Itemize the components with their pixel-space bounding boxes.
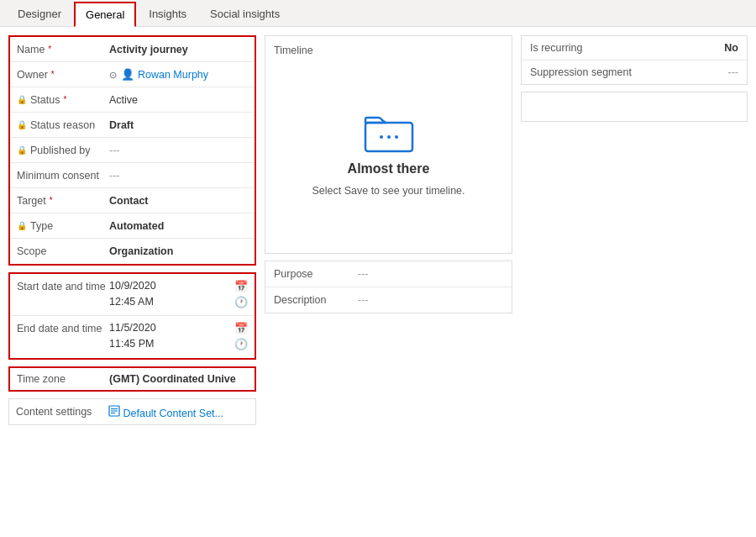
timezone-card: Time zone (GMT) Coordinated Unive xyxy=(8,366,256,392)
svg-point-5 xyxy=(380,135,383,139)
min-consent-value: --- xyxy=(109,170,248,182)
start-time-icon[interactable]: 🕐 xyxy=(234,295,248,308)
published-by-value: --- xyxy=(109,145,248,156)
target-required: * xyxy=(50,196,53,205)
timeline-card: Timeline Almost there Select Save to see… xyxy=(265,35,512,254)
content-settings-row: Content settings Default Content Set... xyxy=(9,399,255,424)
type-value: Automated xyxy=(109,220,248,232)
end-date-row: End date and time 11/5/2020 📅 11:45 PM 🕐 xyxy=(10,316,255,358)
lock-icon-type: 🔒 xyxy=(17,221,27,230)
min-consent-row: Minimum consent --- xyxy=(10,163,255,188)
name-row: Name * Activity journey xyxy=(10,37,255,62)
timezone-value[interactable]: (GMT) Coordinated Unive xyxy=(109,373,248,385)
status-required: * xyxy=(63,95,66,104)
scope-label: Scope xyxy=(17,245,109,257)
owner-value[interactable]: ⊙ 👤 Rowan Murphy xyxy=(109,68,248,81)
lock-icon-status: 🔒 xyxy=(17,95,27,104)
date-card: Start date and time 10/9/2020 📅 12:45 AM… xyxy=(8,272,256,360)
end-date-line: 11/5/2020 📅 xyxy=(109,321,248,334)
status-label: 🔒 Status * xyxy=(17,94,109,106)
end-time-icon[interactable]: 🕐 xyxy=(234,337,248,350)
tab-insights[interactable]: Insights xyxy=(138,2,197,26)
main-content: Name * Activity journey Owner * ⊙ 👤 Rowa… xyxy=(0,27,756,434)
tab-designer[interactable]: Designer xyxy=(7,2,72,26)
lock-icon-pub: 🔒 xyxy=(17,145,27,155)
start-date-line: 10/9/2020 📅 xyxy=(109,279,248,292)
status-reason-label: 🔒 Status reason xyxy=(17,119,109,131)
timeline-content: Almost there Select Save to see your tim… xyxy=(274,63,503,245)
published-by-label: 🔒 Published by xyxy=(17,145,109,156)
start-date-value-group: 10/9/2020 📅 12:45 AM 🕐 xyxy=(109,279,248,308)
name-required: * xyxy=(48,45,51,54)
start-time-line: 12:45 AM 🕐 xyxy=(109,295,248,308)
owner-required: * xyxy=(51,70,55,79)
empty-card xyxy=(521,92,748,122)
content-settings-card: Content settings Default Content Set... xyxy=(8,398,256,425)
description-label: Description xyxy=(274,294,358,306)
description-value[interactable]: --- xyxy=(358,294,369,306)
folder-icon xyxy=(364,111,414,153)
purpose-row: Purpose --- xyxy=(265,261,512,287)
min-consent-label: Minimum consent xyxy=(17,170,109,182)
suppression-label: Suppression segment xyxy=(530,66,728,78)
target-label: Target * xyxy=(17,195,109,207)
status-row: 🔒 Status * Active xyxy=(10,87,255,113)
status-reason-row: 🔒 Status reason Draft xyxy=(10,113,255,138)
scope-value: Organization xyxy=(109,245,248,257)
purpose-label: Purpose xyxy=(274,268,358,280)
svg-point-7 xyxy=(395,135,398,139)
status-value[interactable]: Active xyxy=(109,94,248,106)
core-info-card: Name * Activity journey Owner * ⊙ 👤 Rowa… xyxy=(8,35,256,266)
content-settings-icon xyxy=(108,405,120,417)
purpose-value[interactable]: --- xyxy=(358,268,369,280)
timezone-label: Time zone xyxy=(17,373,109,385)
almost-there-title: Almost there xyxy=(348,161,430,176)
end-date[interactable]: 11/5/2020 xyxy=(109,322,156,334)
left-panel: Name * Activity journey Owner * ⊙ 👤 Rowa… xyxy=(8,35,256,425)
published-by-row: 🔒 Published by --- xyxy=(10,138,255,163)
start-time[interactable]: 12:45 AM xyxy=(109,296,154,308)
description-row: Description --- xyxy=(265,287,512,313)
name-label: Name * xyxy=(17,44,109,55)
end-date-value-group: 11/5/2020 📅 11:45 PM 🕐 xyxy=(109,321,248,350)
tab-general[interactable]: General xyxy=(74,2,136,27)
start-calendar-icon[interactable]: 📅 xyxy=(234,279,248,292)
end-time-line: 11:45 PM 🕐 xyxy=(109,337,248,350)
end-calendar-icon[interactable]: 📅 xyxy=(234,321,248,334)
target-value[interactable]: Contact xyxy=(109,195,248,207)
name-value[interactable]: Activity journey xyxy=(109,44,248,55)
purpose-card: Purpose --- Description --- xyxy=(265,261,512,313)
middle-panel: Timeline Almost there Select Save to see… xyxy=(265,35,512,425)
almost-there-subtitle: Select Save to see your timeline. xyxy=(312,185,465,197)
start-date[interactable]: 10/9/2020 xyxy=(109,280,156,292)
tab-social-insights[interactable]: Social insights xyxy=(199,2,291,26)
end-time[interactable]: 11:45 PM xyxy=(109,338,155,350)
recurring-card: Is recurring No Suppression segment --- xyxy=(521,35,748,85)
timezone-row: Time zone (GMT) Coordinated Unive xyxy=(10,368,255,390)
owner-circle-icon: ⊙ xyxy=(109,70,117,80)
svg-point-6 xyxy=(387,135,391,139)
end-date-label: End date and time xyxy=(17,321,109,334)
person-icon: 👤 xyxy=(121,68,134,81)
content-settings-label: Content settings xyxy=(16,406,108,418)
is-recurring-value: No xyxy=(724,42,738,54)
suppression-row: Suppression segment --- xyxy=(522,61,747,84)
scope-row: Scope Organization xyxy=(10,239,255,264)
start-date-row: Start date and time 10/9/2020 📅 12:45 AM… xyxy=(10,274,255,316)
status-reason-value[interactable]: Draft xyxy=(109,119,248,131)
is-recurring-row: Is recurring No xyxy=(522,36,747,61)
owner-label: Owner * xyxy=(17,69,109,81)
nav-tabs: Designer General Insights Social insight… xyxy=(0,0,756,27)
content-settings-value[interactable]: Default Content Set... xyxy=(108,405,249,419)
start-date-label: Start date and time xyxy=(17,279,109,292)
owner-row: Owner * ⊙ 👤 Rowan Murphy xyxy=(10,62,255,87)
type-row: 🔒 Type Automated xyxy=(10,213,255,239)
is-recurring-label: Is recurring xyxy=(530,42,724,54)
timeline-label: Timeline xyxy=(274,45,503,56)
type-label: 🔒 Type xyxy=(17,220,109,232)
suppression-value: --- xyxy=(728,66,739,78)
lock-icon-status-reason: 🔒 xyxy=(17,120,27,129)
right-panel: Is recurring No Suppression segment --- xyxy=(521,35,748,425)
target-row: Target * Contact xyxy=(10,188,255,213)
